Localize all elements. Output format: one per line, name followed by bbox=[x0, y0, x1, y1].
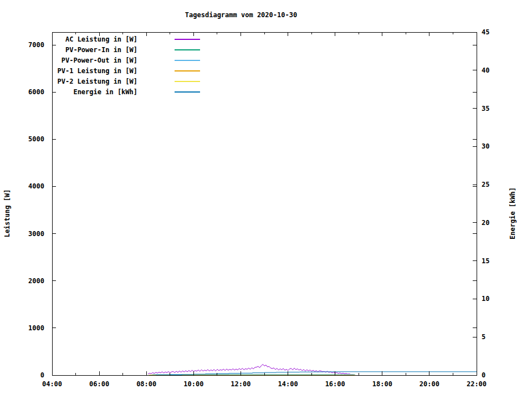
legend-item-pv-1-leistung: PV-1 Leistung in [W] bbox=[58, 67, 201, 75]
x-tick-label: 04:00 bbox=[42, 380, 62, 388]
x-tick-label: 10:00 bbox=[183, 380, 203, 388]
plot-series-layer bbox=[148, 364, 477, 375]
legend-item-pv-power-out: PV-Power-Out in [W] bbox=[62, 57, 200, 64]
chart-legend: AC Leistung in [W]PV-Power-In in [W]PV-P… bbox=[58, 35, 201, 96]
y-left-tick-label: 7000 bbox=[28, 41, 44, 49]
x-tick-label: 22:00 bbox=[467, 380, 487, 388]
tagesdiagramm-chart: Tagesdiagramm vom 2020-10-30 Leistung [W… bbox=[0, 0, 532, 399]
x-tick-label: 08:00 bbox=[136, 380, 156, 388]
legend-item-pv-2-leistung: PV-2 Leistung in [W] bbox=[58, 78, 201, 85]
y-right-tick-label: 0 bbox=[482, 371, 485, 379]
y-right-tick-label: 15 bbox=[482, 257, 489, 265]
legend-label: PV-Power-Out in [W] bbox=[62, 57, 137, 64]
x-tick-label: 12:00 bbox=[231, 380, 250, 388]
y-right-tick-label: 10 bbox=[482, 295, 489, 303]
y-left-tick-label: 3000 bbox=[28, 230, 44, 238]
legend-label: PV-Power-In in [W] bbox=[65, 46, 137, 54]
y-left-tick-label: 6000 bbox=[28, 88, 44, 96]
x-tick-label: 06:00 bbox=[89, 380, 109, 388]
legend-label: AC Leistung in [W] bbox=[65, 35, 137, 43]
y-right-tick-label: 30 bbox=[482, 142, 489, 150]
y-right-tick-label: 40 bbox=[482, 66, 489, 74]
y-left-tick-label: 2000 bbox=[28, 277, 44, 285]
legend-label: Energie in [kWh] bbox=[73, 88, 137, 96]
legend-item-energie: Energie in [kWh] bbox=[73, 88, 200, 96]
y-right-tick-label: 45 bbox=[482, 28, 489, 36]
x-tick-label: 14:00 bbox=[278, 380, 298, 388]
x-tick-label: 20:00 bbox=[420, 380, 439, 388]
legend-label: PV-2 Leistung in [W] bbox=[58, 78, 138, 85]
y-left-tick-label: 4000 bbox=[28, 182, 44, 190]
legend-item-pv-power-in: PV-Power-In in [W] bbox=[65, 46, 200, 54]
y-right-tick-label: 20 bbox=[482, 219, 489, 227]
y-right-tick-label: 25 bbox=[482, 181, 489, 188]
x-tick-label: 18:00 bbox=[372, 380, 392, 388]
y-left-tick-label: 0 bbox=[40, 371, 44, 379]
chart-title: Tagesdiagramm vom 2020-10-30 bbox=[185, 11, 297, 19]
y-right-tick-label: 5 bbox=[482, 333, 485, 341]
y-left-tick-label: 5000 bbox=[28, 135, 44, 143]
legend-item-ac-leistung: AC Leistung in [W] bbox=[65, 35, 200, 43]
y-left-axis-title: Leistung [W] bbox=[3, 190, 11, 238]
y-right-axis-title: Energie [kWh] bbox=[509, 187, 516, 239]
x-tick-label: 16:00 bbox=[325, 380, 345, 388]
y-right-tick-label: 35 bbox=[482, 105, 489, 112]
chart-screen: Tagesdiagramm vom 2020-10-30 Leistung [W… bbox=[0, 0, 532, 399]
legend-label: PV-1 Leistung in [W] bbox=[58, 67, 138, 75]
y-left-tick-label: 1000 bbox=[28, 324, 44, 332]
